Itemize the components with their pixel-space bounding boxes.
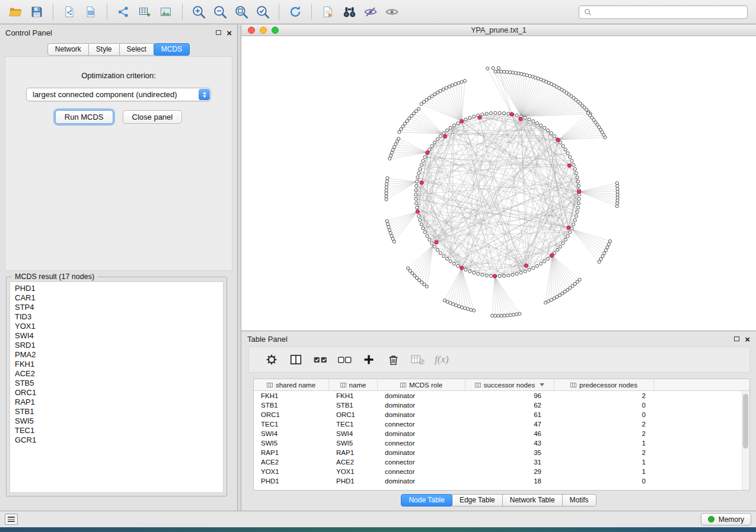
float-table-panel-icon[interactable] bbox=[734, 336, 739, 341]
close-panel-button[interactable]: Close panel bbox=[123, 110, 183, 124]
table-cell[interactable]: dominator bbox=[378, 392, 465, 399]
mcds-result-item[interactable]: PMA2 bbox=[15, 350, 223, 360]
show-columns-button[interactable] bbox=[286, 350, 305, 369]
table-cell[interactable]: SWI5 bbox=[254, 440, 329, 447]
table-cell[interactable]: connector bbox=[378, 459, 465, 466]
table-cell[interactable]: SWI4 bbox=[254, 430, 329, 437]
mcds-result-item[interactable]: GCR1 bbox=[15, 435, 223, 445]
table-cell[interactable]: 0 bbox=[554, 411, 654, 418]
mcds-result-item[interactable]: PHD1 bbox=[15, 284, 223, 293]
table-cell[interactable]: 1 bbox=[554, 440, 654, 447]
mcds-result-item[interactable]: SRD1 bbox=[15, 341, 223, 350]
delete-column-button[interactable] bbox=[384, 350, 403, 369]
network-graph[interactable] bbox=[241, 36, 756, 331]
select-all-columns-button[interactable] bbox=[311, 350, 330, 369]
refresh-button[interactable] bbox=[285, 2, 306, 22]
table-cell[interactable]: SWI5 bbox=[329, 440, 378, 447]
table-cell[interactable]: 61 bbox=[465, 411, 554, 418]
save-session-button[interactable] bbox=[26, 2, 47, 22]
import-network-file-button[interactable] bbox=[59, 2, 80, 22]
mcds-result-item[interactable]: STB1 bbox=[15, 407, 223, 416]
table-cell[interactable]: 46 bbox=[465, 430, 554, 437]
add-column-button[interactable] bbox=[359, 350, 378, 369]
window-close-button[interactable] bbox=[248, 27, 255, 34]
mcds-result-item[interactable]: TEC1 bbox=[15, 426, 223, 435]
table-row[interactable]: SWI4SWI4dominator462 bbox=[254, 429, 749, 438]
window-minimize-button[interactable] bbox=[260, 27, 267, 34]
table-cell[interactable]: PHD1 bbox=[254, 477, 329, 485]
table-cell[interactable]: 2 bbox=[554, 449, 654, 456]
sort-descending-icon[interactable] bbox=[540, 383, 544, 386]
table-cell[interactable]: FKH1 bbox=[254, 392, 329, 399]
open-session-button[interactable] bbox=[5, 2, 26, 22]
column-header-predecessor-nodes[interactable]: predecessor nodes bbox=[554, 379, 654, 390]
float-panel-icon[interactable] bbox=[216, 30, 221, 35]
zoom-in-button[interactable] bbox=[188, 2, 209, 22]
zoom-selected-button[interactable] bbox=[252, 2, 273, 22]
search-input[interactable] bbox=[595, 8, 742, 16]
tab-motifs[interactable]: Motifs bbox=[562, 494, 596, 507]
mcds-result-item[interactable]: STP4 bbox=[15, 303, 223, 312]
table-cell[interactable]: YOX1 bbox=[254, 468, 329, 475]
mcds-result-item[interactable]: ACE2 bbox=[15, 369, 223, 379]
show-details-button[interactable] bbox=[381, 2, 403, 22]
table-cell[interactable]: dominator bbox=[378, 402, 465, 409]
run-mcds-button[interactable]: Run MCDS bbox=[55, 110, 113, 124]
mcds-result-item[interactable]: SWI5 bbox=[15, 416, 223, 426]
window-maximize-button[interactable] bbox=[272, 27, 279, 34]
table-cell[interactable]: 43 bbox=[465, 440, 554, 447]
table-cell[interactable]: connector bbox=[378, 440, 465, 447]
column-header-name[interactable]: name bbox=[329, 379, 378, 390]
table-cell[interactable]: ORC1 bbox=[254, 411, 329, 418]
table-cell[interactable]: dominator bbox=[378, 477, 465, 485]
memory-button[interactable]: Memory bbox=[701, 513, 751, 525]
mcds-result-item[interactable]: STB5 bbox=[15, 379, 223, 388]
table-cell[interactable]: 35 bbox=[465, 449, 554, 456]
table-cell[interactable]: SWI4 bbox=[329, 430, 378, 437]
table-row[interactable]: RAP1RAP1dominator352 bbox=[254, 448, 749, 457]
mcds-result-item[interactable]: TID3 bbox=[15, 312, 223, 322]
table-cell[interactable]: connector bbox=[378, 468, 465, 475]
tab-mcds[interactable]: MCDS bbox=[154, 43, 190, 56]
table-cell[interactable]: 47 bbox=[465, 421, 554, 428]
table-row[interactable]: PHD1PHD1dominator180 bbox=[254, 476, 749, 486]
tab-style[interactable]: Style bbox=[88, 43, 120, 56]
tab-node-table[interactable]: Node Table bbox=[401, 494, 452, 507]
table-cell[interactable]: RAP1 bbox=[329, 449, 378, 456]
mcds-result-item[interactable]: CAR1 bbox=[15, 293, 223, 303]
table-cell[interactable]: TEC1 bbox=[254, 421, 329, 428]
table-cell[interactable]: RAP1 bbox=[254, 449, 329, 456]
table-cell[interactable]: dominator bbox=[378, 430, 465, 437]
table-row[interactable]: TEC1TEC1connector472 bbox=[254, 419, 749, 429]
share-document-button[interactable] bbox=[317, 2, 339, 22]
unselect-all-columns-button[interactable] bbox=[335, 350, 354, 369]
table-cell[interactable]: TEC1 bbox=[329, 421, 378, 428]
column-header-mcds-role[interactable]: MCDS role bbox=[378, 379, 465, 390]
network-window-titlebar[interactable]: YPA_prune.txt_1 bbox=[241, 25, 756, 36]
new-table-button[interactable] bbox=[134, 2, 155, 22]
table-cell[interactable]: FKH1 bbox=[329, 392, 378, 399]
hide-details-button[interactable] bbox=[360, 2, 381, 22]
table-settings-button[interactable] bbox=[262, 350, 281, 369]
mcds-result-item[interactable]: RAP1 bbox=[15, 398, 223, 407]
panel-divider[interactable] bbox=[237, 25, 241, 511]
table-cell[interactable]: 2 bbox=[554, 421, 654, 428]
table-cell[interactable]: STB1 bbox=[329, 402, 378, 409]
table-cell[interactable]: 62 bbox=[465, 402, 554, 409]
mcds-result-item[interactable]: SWI4 bbox=[15, 331, 223, 341]
zoom-fit-button[interactable] bbox=[231, 2, 252, 22]
close-panel-icon[interactable]: × bbox=[227, 28, 232, 37]
table-cell[interactable]: ACE2 bbox=[254, 459, 329, 466]
mcds-result-list[interactable]: PHD1CAR1STP4TID3YOX1SWI4SRD1PMA2FKH1ACE2… bbox=[9, 281, 224, 493]
table-cell[interactable]: 29 bbox=[465, 468, 554, 475]
mcds-result-item[interactable]: FKH1 bbox=[15, 360, 223, 369]
export-image-button[interactable] bbox=[155, 2, 177, 22]
tab-edge-table[interactable]: Edge Table bbox=[452, 494, 503, 507]
network-canvas[interactable] bbox=[241, 36, 756, 331]
table-cell[interactable]: PHD1 bbox=[329, 477, 378, 485]
zoom-out-button[interactable] bbox=[209, 2, 231, 22]
table-cell[interactable]: dominator bbox=[378, 449, 465, 456]
table-cell[interactable]: dominator bbox=[378, 411, 465, 418]
table-cell[interactable]: 1 bbox=[554, 468, 654, 475]
new-network-button[interactable] bbox=[113, 2, 134, 22]
